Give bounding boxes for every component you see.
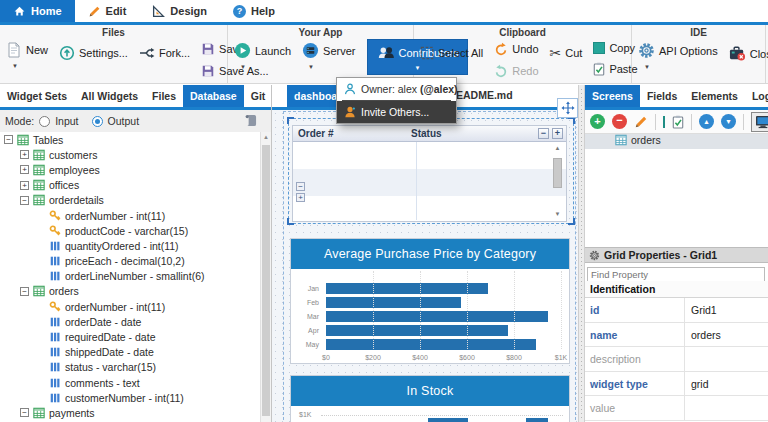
copy-icon[interactable] xyxy=(663,116,665,128)
expander-icon[interactable]: − xyxy=(4,135,13,144)
expander-icon[interactable]: − xyxy=(20,287,29,296)
property-value[interactable] xyxy=(685,396,768,420)
tab-help[interactable]: ? Help xyxy=(220,0,288,22)
tab-git[interactable]: Git xyxy=(244,85,271,107)
radio-input[interactable] xyxy=(39,116,50,127)
grid-column-status[interactable]: Status xyxy=(411,128,538,139)
tab-widget-sets[interactable]: Widget Sets xyxy=(0,85,74,107)
avg-price-chart-widget[interactable]: Average Purchase Price by Category JanFe… xyxy=(290,238,570,364)
grid-column-order[interactable]: Order # xyxy=(293,128,411,139)
tree-item-productcode[interactable]: productCode - varchar(15) xyxy=(0,223,259,238)
copy-button[interactable]: Copy xyxy=(593,42,637,54)
property-value[interactable]: grid xyxy=(685,372,768,396)
tree-item-orderlinenumber[interactable]: orderLineNumber - smallint(6) xyxy=(0,269,259,284)
tree-item-ordernumber[interactable]: orderNumber - int(11) xyxy=(0,208,259,223)
radio-output[interactable] xyxy=(92,116,103,127)
undo-button[interactable]: Undo xyxy=(494,42,538,56)
tree-item-ordernumber[interactable]: orderNumber - int(11) xyxy=(0,299,259,314)
find-property-input[interactable] xyxy=(587,267,765,282)
in-stock-chart-widget[interactable]: In Stock $1K xyxy=(290,375,570,422)
paste-clipboard-icon[interactable] xyxy=(672,115,684,129)
design-canvas[interactable]: Order # Status − + − + ▲ ▼ Ave xyxy=(272,110,578,422)
tab-database[interactable]: Database xyxy=(183,85,244,107)
tab-edit[interactable]: Edit xyxy=(75,0,140,22)
panel-splitter[interactable] xyxy=(578,85,585,422)
property-row-value[interactable]: value xyxy=(585,396,768,421)
tab-readme[interactable]: EADME.md xyxy=(456,89,513,101)
cut-button[interactable]: ✂ Cut xyxy=(550,46,583,60)
expander-icon[interactable]: + xyxy=(20,165,29,174)
chevron-down-icon[interactable]: ▼ xyxy=(240,64,246,70)
grid-minus-button[interactable]: − xyxy=(296,182,305,191)
tab-log[interactable]: Log xyxy=(745,85,768,107)
edit-pencil-icon[interactable] xyxy=(634,115,648,129)
tree-item-orderdate[interactable]: orderDate - date xyxy=(0,314,259,329)
grid-row[interactable] xyxy=(293,142,566,169)
tab-screens[interactable]: Screens xyxy=(585,85,640,107)
expander-icon[interactable]: + xyxy=(20,181,29,190)
chevron-down-icon[interactable]: ▼ xyxy=(644,64,650,70)
preview-monitor-button[interactable] xyxy=(751,112,768,132)
property-row-name[interactable]: nameorders xyxy=(585,323,768,348)
grid-scrollbar[interactable]: ▲ ▼ xyxy=(552,144,563,219)
tree-item-priceeach[interactable]: priceEach - decimal(10,2) xyxy=(0,254,259,269)
tree-item-comments[interactable]: comments - text xyxy=(0,375,259,390)
menu-item-invite-others[interactable]: Invite Others... xyxy=(337,101,456,123)
grid-row[interactable] xyxy=(293,196,566,223)
scroll-down-arrow[interactable]: ▼ xyxy=(552,210,563,219)
fork-button[interactable]: Fork... xyxy=(139,45,190,61)
add-screen-button[interactable]: + xyxy=(590,114,605,129)
server-button[interactable]: Server ▼ xyxy=(302,42,355,70)
grid-plus-button[interactable]: + xyxy=(296,193,305,202)
tree-item-employees[interactable]: +employees xyxy=(0,162,259,177)
tab-elements[interactable]: Elements xyxy=(684,85,745,107)
tree-item-tables[interactable]: −Tables xyxy=(0,132,259,147)
api-options-button[interactable]: API Options ▼ xyxy=(638,42,718,70)
remove-screen-button[interactable]: − xyxy=(612,114,627,129)
scroll-up-arrow[interactable]: ▲ xyxy=(261,132,271,143)
selection-corner[interactable] xyxy=(287,117,294,124)
grid-expand-icon[interactable]: + xyxy=(552,128,563,139)
tab-home[interactable]: Home xyxy=(0,0,75,22)
scroll-thumb[interactable] xyxy=(553,158,562,188)
new-button[interactable]: New ▼ xyxy=(6,42,48,69)
tab-files[interactable]: Files xyxy=(145,85,183,107)
close-all-button[interactable]: Close All xyxy=(729,45,768,62)
tab-fields[interactable]: Fields xyxy=(640,85,684,107)
expander-icon[interactable]: − xyxy=(20,196,29,205)
property-row-widget-type[interactable]: widget typegrid xyxy=(585,372,768,397)
redo-button[interactable]: Redo xyxy=(494,64,538,78)
tree-item-orderdetails[interactable]: −orderdetails xyxy=(0,193,259,208)
launch-button[interactable]: Launch ▼ xyxy=(234,42,291,70)
tree-item-customernumber[interactable]: customerNumber - int(11) xyxy=(0,390,259,405)
select-all-button[interactable]: Select All xyxy=(420,46,483,60)
tree-item-orders[interactable]: −orders xyxy=(0,284,259,299)
selection-corner[interactable] xyxy=(568,117,575,124)
settings-button[interactable]: Settings... xyxy=(59,45,128,61)
scroll-up-arrow[interactable]: ▲ xyxy=(552,144,563,153)
property-value[interactable] xyxy=(685,347,768,371)
scroll-thumb[interactable] xyxy=(262,145,270,416)
grid-collapse-icon[interactable]: − xyxy=(538,128,549,139)
menu-item-owner[interactable]: Owner: alex (@alex) xyxy=(337,78,456,100)
move-handle[interactable] xyxy=(557,98,578,118)
tab-design[interactable]: Design xyxy=(139,0,220,22)
property-row-description[interactable]: description xyxy=(585,347,768,372)
property-row-id[interactable]: idGrid1 xyxy=(585,298,768,323)
tree-item-customers[interactable]: +customers xyxy=(0,147,259,162)
tree-item-shippeddate[interactable]: shippedDate - date xyxy=(0,345,259,360)
left-panel-scrollbar[interactable]: ▲ xyxy=(260,132,271,422)
chevron-down-icon[interactable]: ▼ xyxy=(308,64,314,70)
chevron-down-icon[interactable]: ▼ xyxy=(12,63,18,69)
paste-button[interactable]: Paste xyxy=(593,62,637,76)
tab-all-widgets[interactable]: All Widgets xyxy=(74,85,145,107)
script-icon[interactable] xyxy=(244,113,257,130)
selection-corner[interactable] xyxy=(568,218,575,225)
tree-item-requireddate[interactable]: requiredDate - date xyxy=(0,329,259,344)
tree-item-status[interactable]: status - varchar(15) xyxy=(0,360,259,375)
tree-item-quantityordered[interactable]: quantityOrdered - int(11) xyxy=(0,238,259,253)
expander-icon[interactable]: + xyxy=(20,150,29,159)
tree-item-offices[interactable]: +offices xyxy=(0,178,259,193)
move-up-button[interactable]: ▲ xyxy=(699,114,714,129)
property-value[interactable]: Grid1 xyxy=(685,298,768,322)
